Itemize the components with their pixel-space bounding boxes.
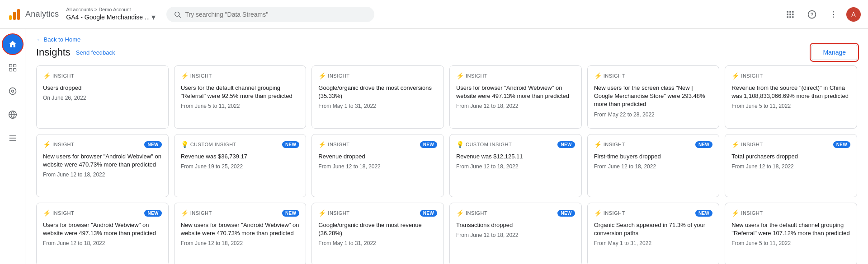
card-header: ⚡ INSIGHT New [594,209,713,217]
card-type-label: INSIGHT [741,210,763,216]
card-type-label: INSIGHT [190,210,212,216]
card-type-label: INSIGHT [604,210,625,216]
account-breadcrumb: All accounts > Demo Account [66,7,156,12]
card-type-label: CUSTOM INSIGHT [466,142,512,147]
sidebar-item-explore[interactable] [2,80,24,102]
svg-point-16 [833,11,835,12]
new-badge: New [282,210,299,217]
svg-line-4 [179,16,181,18]
card-type-row: ⚡ INSIGHT [318,141,349,148]
insight-card[interactable]: ⚡ INSIGHT New Organic Search appeared in… [587,203,720,264]
card-date: From May 1 to 31, 2022 [594,240,713,246]
card-type-row: ⚡ INSIGHT [43,141,74,148]
card-title: Revenue was $12,125.11 [456,153,575,161]
new-badge: New [420,141,437,148]
insight-icon: ⚡ [181,209,189,217]
avatar[interactable]: A [846,7,861,22]
card-type-label: INSIGHT [328,142,349,147]
insight-card[interactable]: ⚡ INSIGHT New users for the default chan… [725,203,857,264]
insight-icon: ⚡ [731,209,739,217]
insight-card[interactable]: ⚡ INSIGHT New users for the screen class… [587,65,720,129]
insight-icon: ⚡ [456,209,464,217]
insight-card[interactable]: ⚡ INSIGHT New Users for browser "Android… [36,203,169,264]
card-type-row: ⚡ INSIGHT [181,72,212,79]
card-header: ⚡ INSIGHT [456,72,575,79]
insight-card[interactable]: ⚡ INSIGHT Users for the default channel … [174,65,307,129]
card-type-label: CUSTOM INSIGHT [190,142,236,147]
insight-card[interactable]: ⚡ INSIGHT Users dropped On June 26, 2022 [36,65,169,129]
new-badge: New [282,141,299,148]
sidebar-item-home[interactable] [2,33,24,55]
insight-icon: ⚡ [181,72,189,79]
insight-icon: ⚡ [43,209,51,217]
insights-grid-row2: ⚡ INSIGHT New New users for browser "And… [36,134,857,197]
card-type-row: ⚡ INSIGHT [43,209,74,217]
insight-icon: ⚡ [318,141,326,148]
card-date: From May 22 to 28, 2022 [594,111,713,118]
card-title: Revenue from the source "(direct)" in Ch… [731,84,850,100]
insight-card[interactable]: ⚡ INSIGHT New First-time buyers dropped … [587,134,720,197]
insight-icon: ⚡ [43,141,51,148]
card-header: ⚡ INSIGHT [731,72,850,79]
new-badge: New [695,210,712,217]
new-badge: New [557,141,575,148]
home-icon [8,40,17,49]
sidebar-item-configure[interactable] [2,127,24,149]
card-type-label: INSIGHT [466,73,487,79]
svg-rect-13 [792,16,793,18]
custom-insight-icon: 💡 [456,141,464,148]
card-type-row: ⚡ INSIGHT [318,209,349,217]
account-selector[interactable]: All accounts > Demo Account GA4 - Google… [66,7,156,22]
insight-card[interactable]: ⚡ INSIGHT New Google/organic drove the m… [311,203,444,264]
insight-card[interactable]: ⚡ INSIGHT New New users for browser "And… [174,203,307,264]
send-feedback-link[interactable]: Send feedback [76,49,115,56]
search-input[interactable] [185,11,367,18]
card-type-row: ⚡ INSIGHT [594,72,625,79]
svg-rect-19 [9,65,12,67]
insight-icon: ⚡ [594,72,602,79]
manage-button[interactable]: Manage [811,45,857,60]
insight-card[interactable]: 💡 CUSTOM INSIGHT New Revenue was $36,739… [174,134,307,197]
card-date: From May 1 to 31, 2022 [318,103,437,109]
card-type-label: INSIGHT [52,73,74,79]
card-type-row: ⚡ INSIGHT [731,141,763,148]
card-date: From June 19 to 25, 2022 [181,163,300,170]
insight-card[interactable]: ⚡ INSIGHT New New users for browser "And… [36,134,169,197]
card-date: From June 12 to 18, 2022 [43,171,162,178]
insight-card[interactable]: ⚡ INSIGHT Google/organic drove the most … [311,65,444,129]
reports-icon [8,63,17,72]
svg-rect-9 [789,14,791,15]
insight-card[interactable]: ⚡ INSIGHT New Total purchasers dropped F… [725,134,857,197]
card-date: From May 1 to 31, 2022 [318,240,437,246]
insight-card[interactable]: ⚡ INSIGHT Revenue from the source "(dire… [725,65,857,129]
card-header: ⚡ INSIGHT [318,72,437,79]
insight-card[interactable]: 💡 CUSTOM INSIGHT New Revenue was $12,125… [449,134,582,197]
insights-grid-row1: ⚡ INSIGHT Users dropped On June 26, 2022… [36,65,857,129]
insight-card[interactable]: ⚡ INSIGHT New Transactions dropped From … [449,203,582,264]
card-type-row: ⚡ INSIGHT [731,72,763,79]
insight-card[interactable]: ⚡ INSIGHT New Revenue dropped From June … [311,134,444,197]
card-type-row: ⚡ INSIGHT [594,209,625,217]
svg-rect-8 [787,14,788,15]
new-badge: New [695,141,712,148]
svg-rect-6 [789,11,791,12]
sub-header: Insights Send feedback Manage [36,45,857,60]
apps-button[interactable] [781,5,799,23]
help-button[interactable]: ? [803,5,821,23]
svg-point-24 [11,90,14,93]
card-header: ⚡ INSIGHT [731,209,850,217]
new-badge: New [144,141,161,148]
sidebar-item-advertising[interactable] [2,104,24,125]
account-name[interactable]: GA4 - Google Merchandise ... ▾ [66,12,156,22]
search-bar[interactable] [166,7,374,22]
svg-rect-11 [787,16,788,18]
sidebar-item-reports[interactable] [2,57,24,79]
card-date: From June 12 to 18, 2022 [456,232,575,238]
insight-card[interactable]: ⚡ INSIGHT Users for browser "Android Web… [449,65,582,129]
card-title: Total purchasers dropped [731,153,850,161]
card-header: 💡 CUSTOM INSIGHT New [181,141,300,148]
back-to-home-link[interactable]: ← Back to Home [36,36,857,43]
card-title: Users for browser "Android Webview" on w… [456,84,575,100]
card-header: ⚡ INSIGHT New [318,209,437,217]
more-options-button[interactable] [825,5,843,23]
